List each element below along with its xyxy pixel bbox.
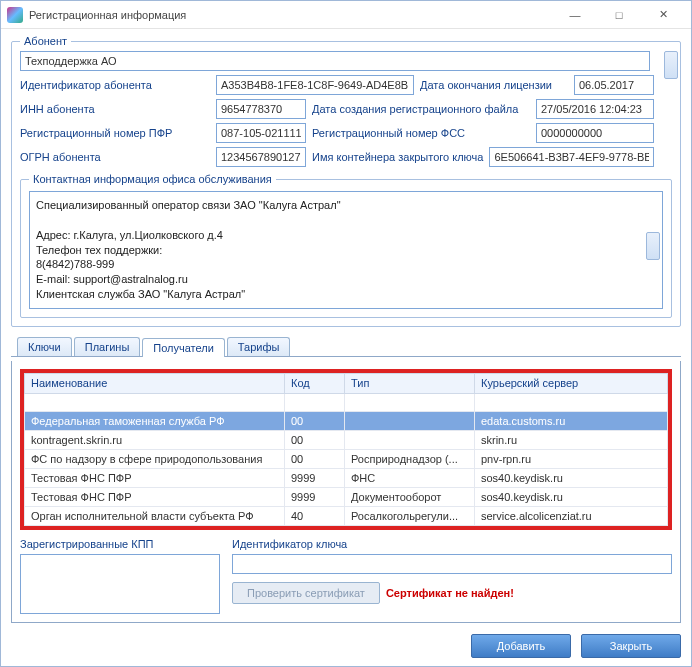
cell-type: Росприроднадзор (... [345,449,475,468]
col-name[interactable]: Наименование [25,373,285,393]
cell-code: 00 [285,449,345,468]
table-row[interactable]: Тестовая ФНС ПФР9999ФНСsos40.keydisk.ru [25,468,668,487]
cell-srv: pnv-rpn.ru [475,449,668,468]
tab-keys[interactable]: Ключи [17,337,72,356]
titlebar[interactable]: Регистрационная информация — □ ✕ [1,1,691,29]
tab-tariffs[interactable]: Тарифы [227,337,291,356]
cell-name: ФС по надзору в сфере природопользования [25,449,285,468]
recipients-grid-highlight: Наименование Код Тип Курьерский сервер Ф… [20,369,672,530]
tabpage-recipients: Наименование Код Тип Курьерский сервер Ф… [11,361,681,623]
cell-name: kontragent.skrin.ru [25,430,285,449]
contact-line: Телефон тех поддержки: [36,243,656,258]
table-row[interactable]: Тестовая ФНС ПФР9999Документооборотsos40… [25,487,668,506]
window-title: Регистрационная информация [29,9,553,21]
table-row[interactable]: ФС по надзору в сфере природопользования… [25,449,668,468]
tabs: Ключи Плагины Получатели Тарифы [11,337,681,357]
cell-srv: edata.customs.ru [475,411,668,430]
cell-type: Документооборот [345,487,475,506]
keyid-field[interactable] [232,554,672,574]
scroll-thumb[interactable] [664,51,678,79]
ogrn-field[interactable] [216,147,306,167]
abonent-legend: Абонент [20,35,71,47]
cell-srv: sos40.keydisk.ru [475,468,668,487]
ogrn-label: ОГРН абонента [20,151,210,163]
abonent-name-field[interactable] [20,51,650,71]
close-window-button[interactable]: ✕ [641,2,685,28]
cell-name: Тестовая ФНС ПФР [25,487,285,506]
keyid-label: Идентификатор ключа [232,538,672,550]
cert-warning: Сертификат не найден! [386,587,514,599]
window: Регистрационная информация — □ ✕ Абонент… [0,0,692,667]
cell-type [345,411,475,430]
contact-line: E-mail: support@astralnalog.ru [36,272,656,287]
add-button[interactable]: Добавить [471,634,571,658]
cell-name: Федеральная таможенная служба РФ [25,411,285,430]
pfr-field[interactable] [216,123,306,143]
container-field[interactable] [489,147,654,167]
contact-line: Специализированный оператор связи ЗАО "К… [36,198,656,213]
cell-type [345,430,475,449]
col-code[interactable]: Код [285,373,345,393]
cell-name: Тестовая ФНС ПФР [25,468,285,487]
abonent-id-field[interactable] [216,75,414,95]
scroll-thumb[interactable] [646,232,660,260]
pfr-label: Регистрационный номер ПФР [20,127,210,139]
regfile-field[interactable] [536,99,654,119]
contact-legend: Контактная информация офиса обслуживания [29,173,276,185]
fss-label: Регистрационный номер ФСС [312,127,465,139]
cell-type: ФНС [345,468,475,487]
col-type[interactable]: Тип [345,373,475,393]
contact-group: Контактная информация офиса обслуживания… [20,173,672,318]
recipients-grid[interactable]: Наименование Код Тип Курьерский сервер Ф… [24,373,668,526]
abonent-group: Абонент Идентификатор абонента Дата окон… [11,35,681,327]
license-end-field[interactable] [574,75,654,95]
tab-plugins[interactable]: Плагины [74,337,141,356]
cell-code: 9999 [285,487,345,506]
cell-srv: sos40.keydisk.ru [475,487,668,506]
cell-srv: service.alcolicenziat.ru [475,506,668,525]
cell-type: Росалкогольрегули... [345,506,475,525]
contact-line: 8(4842)788-999 [36,257,656,272]
cell-srv: skrin.ru [475,430,668,449]
tab-recipients[interactable]: Получатели [142,338,225,357]
window-body: Абонент Идентификатор абонента Дата окон… [1,29,691,626]
col-server[interactable]: Курьерский сервер [475,373,668,393]
filter-row[interactable] [25,393,668,411]
contact-line: Клиентская служба ЗАО "Калуга Астрал" [36,287,656,302]
maximize-button[interactable]: □ [597,2,641,28]
fss-field[interactable] [536,123,654,143]
cell-code: 40 [285,506,345,525]
app-icon [7,7,23,23]
regfile-label: Дата создания регистрационного файла [312,103,518,115]
container-label: Имя контейнера закрытого ключа [312,151,483,163]
kpp-label: Зарегистрированные КПП [20,538,220,550]
kpp-field[interactable] [20,554,220,614]
inn-field[interactable] [216,99,306,119]
table-row[interactable]: Орган исполнительной власти субъекта РФ4… [25,506,668,525]
cell-code: 9999 [285,468,345,487]
cell-code: 00 [285,411,345,430]
below-grid: Зарегистрированные КПП Идентификатор клю… [20,538,672,614]
inn-label: ИНН абонента [20,103,210,115]
abonent-id-label: Идентификатор абонента [20,79,210,91]
contact-text: Специализированный оператор связи ЗАО "К… [29,191,663,309]
license-end-label: Дата окончания лицензии [420,79,552,91]
cell-code: 00 [285,430,345,449]
close-button[interactable]: Закрыть [581,634,681,658]
table-row[interactable]: Федеральная таможенная служба РФ00edata.… [25,411,668,430]
contact-line: Адрес: г.Калуга, ул.Циолковского д.4 [36,228,656,243]
minimize-button[interactable]: — [553,2,597,28]
table-row[interactable]: kontragent.skrin.ru00skrin.ru [25,430,668,449]
check-cert-button[interactable]: Проверить сертификат [232,582,380,604]
cell-name: Орган исполнительной власти субъекта РФ [25,506,285,525]
footer: Добавить Закрыть [1,626,691,666]
